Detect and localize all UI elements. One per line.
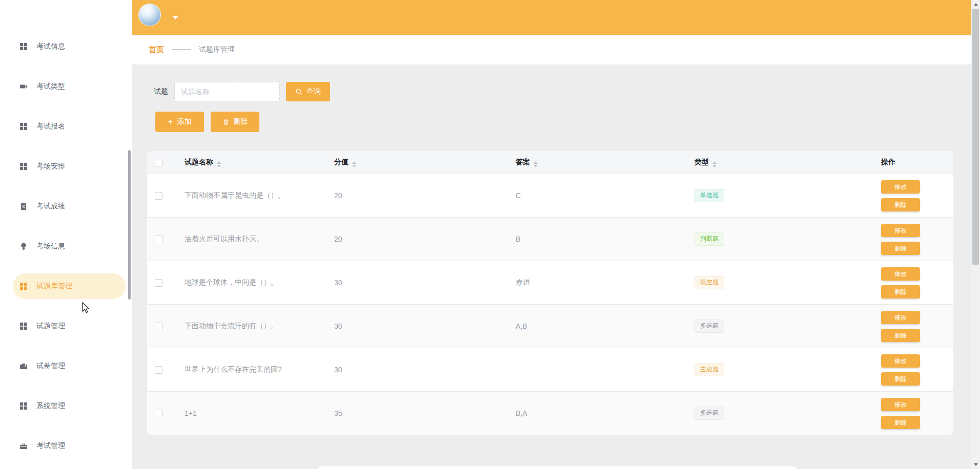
scroll-up-arrow-icon[interactable] (971, 0, 980, 9)
breadcrumb-separator (172, 49, 191, 50)
column-header-score: 分值 (334, 158, 349, 166)
sidebar-item-question-bank[interactable]: 试题库管理 (13, 273, 126, 299)
add-button[interactable]: + 添加 (155, 112, 204, 132)
row-checkbox[interactable] (155, 366, 162, 374)
column-header-answer: 答案 (516, 158, 530, 166)
plus-icon: + (168, 117, 173, 126)
top-header-bar (132, 0, 971, 35)
row-delete-button[interactable]: 删除 (881, 242, 920, 255)
grid-icon (19, 282, 28, 290)
sidebar-item-room-arrangement[interactable]: 考场安排 (13, 154, 126, 179)
edit-button[interactable]: 修改 (881, 224, 920, 237)
search-form: 试题 查询 (154, 82, 971, 101)
sort-icon[interactable] (352, 161, 356, 167)
edit-button[interactable]: 修改 (881, 398, 920, 411)
sidebar-item-exam-registration[interactable]: 考试报名 (13, 114, 126, 139)
toolbar: + 添加 删除 (155, 112, 971, 132)
sidebar-item-system-management[interactable]: 系统管理 (13, 393, 126, 419)
avatar[interactable] (138, 4, 161, 26)
bulb-icon (19, 242, 28, 250)
type-badge: 主观题 (695, 363, 724, 376)
row-checkbox[interactable] (155, 236, 162, 243)
score-cell: 20 (325, 191, 507, 200)
search-input[interactable] (174, 82, 280, 101)
suitcase-icon (19, 442, 28, 450)
clipboard-x-icon (19, 202, 28, 210)
answer-cell: 赤道 (507, 278, 688, 287)
question-name-cell: 下面动物中会流汗的有（）。 (176, 322, 325, 331)
exam-admin-page: { "colors": { "accent_orange": "#F5AE41"… (0, 0, 980, 469)
sidebar-item-label: 考试类型 (36, 82, 65, 91)
sidebar-menu: 考试信息 考试类型 考试报名 考场安排 考试成绩 考场信息 试题库管理 (0, 0, 132, 459)
vertical-scrollbar[interactable] (971, 0, 980, 469)
answer-cell: B,A (507, 409, 688, 417)
type-badge: 判断题 (695, 232, 724, 245)
breadcrumb: 首页 试题库管理 (132, 35, 971, 65)
breadcrumb-home-link[interactable]: 首页 (149, 45, 164, 55)
row-delete-button[interactable]: 删除 (881, 329, 920, 342)
sidebar-item-label: 试题库管理 (36, 282, 72, 291)
row-checkbox[interactable] (155, 323, 162, 330)
sidebar-item-exam-info[interactable]: 考试信息 (13, 34, 126, 59)
delete-button[interactable]: 删除 (211, 112, 259, 132)
chevron-down-icon[interactable] (172, 16, 178, 19)
edit-button[interactable]: 修改 (881, 180, 920, 194)
table-row: 下面动物中会流汗的有（）。 30 A,B 多选题 修改 删除 (147, 304, 953, 348)
question-table: 试题名称 分值 答案 类型 操作 下面动物不属于昆虫的是（）。 20 C 单选题… (147, 151, 953, 435)
search-icon (295, 88, 302, 95)
sort-icon[interactable] (712, 161, 717, 167)
grid-icon (19, 122, 28, 131)
select-all-checkbox[interactable] (155, 159, 162, 166)
sidebar-item-exam-scores[interactable]: 考试成绩 (13, 194, 126, 219)
table-row: 地球是个球体，中间是（）。 30 赤道 填空题 修改 删除 (147, 261, 953, 304)
breadcrumb-current: 试题库管理 (199, 45, 235, 54)
sidebar-item-label: 试卷管理 (36, 361, 65, 371)
row-delete-button[interactable]: 删除 (881, 416, 920, 429)
row-checkbox[interactable] (155, 192, 162, 200)
sort-icon[interactable] (217, 161, 221, 167)
edit-button[interactable]: 修改 (881, 311, 920, 324)
edit-button[interactable]: 修改 (881, 354, 920, 368)
scroll-down-arrow-icon[interactable] (971, 460, 980, 469)
score-cell: 30 (325, 279, 507, 287)
main-area: 首页 试题库管理 试题 查询 + 添加 删除 (132, 0, 971, 469)
sidebar-item-label: 考场信息 (36, 242, 65, 251)
edit-button[interactable]: 修改 (881, 267, 920, 281)
score-cell: 35 (325, 409, 507, 417)
sidebar: 考试信息 考试类型 考试报名 考场安排 考试成绩 考场信息 试题库管理 (0, 0, 132, 469)
type-badge: 多选题 (695, 319, 724, 332)
sidebar-item-label: 考试管理 (36, 441, 65, 451)
delete-button-label: 删除 (234, 117, 248, 126)
sidebar-item-question-management[interactable]: 试题管理 (13, 313, 126, 339)
pagination: 共 6 条 上一页 1 下一页 10条/页 前往 页 (318, 466, 797, 469)
query-button[interactable]: 查询 (286, 82, 330, 101)
sidebar-item-label: 系统管理 (36, 401, 65, 411)
sidebar-item-label: 试题管理 (36, 322, 65, 331)
row-delete-button[interactable]: 删除 (881, 285, 920, 299)
row-checkbox[interactable] (155, 279, 162, 287)
row-delete-button[interactable]: 删除 (881, 372, 920, 386)
answer-cell: A,B (507, 322, 688, 330)
scrollbar-thumb[interactable] (972, 9, 979, 265)
sidebar-item-paper-management[interactable]: 试卷管理 (13, 353, 126, 379)
grid-icon (19, 322, 28, 330)
sidebar-scrollbar-thumb[interactable] (128, 150, 131, 300)
row-delete-button[interactable]: 删除 (881, 198, 920, 211)
sidebar-item-room-info[interactable]: 考场信息 (13, 233, 126, 259)
sidebar-item-exam-management[interactable]: 考试管理 (13, 433, 126, 459)
table-row: 1+1 35 B,A 多选题 修改 删除 (147, 391, 953, 435)
column-header-actions: 操作 (881, 158, 895, 166)
score-cell: 30 (325, 366, 507, 374)
table-row: 油着火后可以用水扑灭。 20 B 判断题 修改 删除 (147, 217, 953, 261)
score-cell: 30 (325, 322, 507, 330)
column-header-type: 类型 (695, 158, 709, 166)
sidebar-item-exam-type[interactable]: 考试类型 (13, 74, 126, 99)
question-name-cell: 世界上为什么不存在完美的圆? (176, 365, 325, 374)
add-button-label: 添加 (177, 117, 191, 126)
row-checkbox[interactable] (155, 410, 162, 417)
content-area: 试题 查询 + 添加 删除 试题名称 分值 答案 (132, 82, 971, 469)
sort-icon[interactable] (534, 161, 538, 167)
column-header-name: 试题名称 (185, 158, 213, 166)
type-badge: 填空题 (695, 276, 724, 289)
grid-icon (19, 402, 28, 410)
